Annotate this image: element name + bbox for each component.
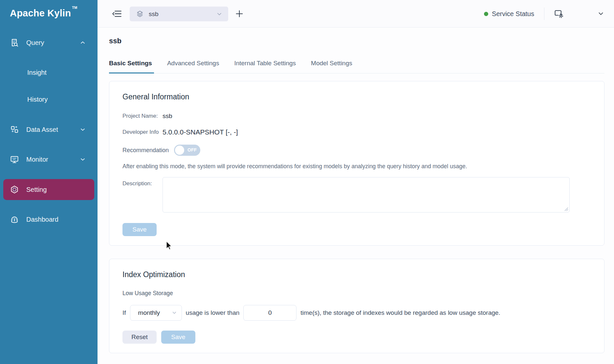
- sidebar-item-data-asset[interactable]: Data Asset: [0, 122, 98, 137]
- chevron-up-icon: [80, 40, 86, 46]
- setting-icon: [10, 185, 19, 194]
- card-heading: Index Optimization: [122, 270, 591, 279]
- recommendation-help-text: After enabling this mode, the system wil…: [122, 163, 591, 170]
- monitor-icon: [10, 155, 19, 164]
- frequency-select-value: monthly: [138, 309, 160, 316]
- service-status-label[interactable]: Service Status: [492, 10, 534, 18]
- project-select[interactable]: ssb: [130, 7, 228, 21]
- sidebar-item-label: History: [27, 96, 48, 103]
- general-information-card: General Information Project Name: ssb De…: [109, 81, 604, 246]
- project-name-value: ssb: [163, 112, 172, 120]
- sidebar: Apache KylinTM Query Insight History: [0, 0, 98, 364]
- toggle-state-label: OFF: [187, 147, 197, 152]
- user-menu-chevron-icon[interactable]: [598, 10, 604, 17]
- threshold-input[interactable]: [243, 305, 296, 321]
- description-textarea[interactable]: [163, 177, 570, 212]
- sidebar-item-query[interactable]: Query: [0, 35, 98, 51]
- tab-internal-table-settings[interactable]: Internal Table Settings: [234, 60, 298, 73]
- recommendation-row: Recommendation OFF: [122, 145, 591, 156]
- recommendation-toggle[interactable]: OFF: [174, 145, 200, 156]
- description-textarea-wrap: [163, 177, 570, 212]
- developer-info-label: Developer Info: [122, 129, 163, 135]
- page-title: ssb: [109, 37, 604, 45]
- recommendation-label: Recommendation: [122, 147, 174, 154]
- sidebar-item-label: Query: [26, 39, 44, 47]
- add-project-icon[interactable]: [235, 9, 244, 18]
- query-icon: [10, 38, 19, 47]
- description-label: Description:: [122, 177, 163, 187]
- sidebar-item-monitor[interactable]: Monitor: [0, 152, 98, 167]
- layers-icon: [136, 10, 144, 18]
- description-row: Description:: [122, 177, 591, 212]
- rule-middle-label: usage is lower than: [186, 309, 240, 316]
- tab-basic-settings[interactable]: Basic Settings: [109, 60, 154, 73]
- tab-model-settings[interactable]: Model Settings: [311, 60, 354, 73]
- admin-settings-icon[interactable]: [554, 9, 564, 19]
- sidebar-item-label: Data Asset: [26, 126, 58, 133]
- project-name-row: Project Name: ssb: [122, 112, 591, 120]
- topbar-divider: [544, 8, 544, 20]
- card-heading: General Information: [122, 92, 591, 101]
- sidebar-item-insight[interactable]: Insight: [0, 65, 98, 80]
- sidebar-item-setting[interactable]: Setting: [3, 179, 94, 200]
- sidebar-item-history[interactable]: History: [0, 92, 98, 107]
- sidebar-item-dashboard[interactable]: Dashboard: [0, 212, 98, 227]
- developer-info-value: 5.0.0.0-SNAPSHOT [-, -]: [163, 128, 238, 136]
- reset-button[interactable]: Reset: [122, 331, 157, 344]
- data-asset-icon: [10, 125, 19, 134]
- index-optimization-buttons: Reset Save: [122, 331, 591, 344]
- low-usage-rule-row: If monthly usage is lower than time(s), …: [122, 305, 591, 321]
- topbar: ssb Service Status: [98, 0, 614, 28]
- tab-bar: Basic Settings Advanced Settings Interna…: [109, 60, 604, 73]
- chevron-down-icon: [172, 310, 177, 315]
- rule-tail-label: time(s), the storage of indexes would be…: [300, 309, 500, 316]
- tab-advanced-settings[interactable]: Advanced Settings: [167, 60, 221, 73]
- project-select-value: ssb: [149, 10, 159, 18]
- trademark-mark: TM: [72, 6, 77, 10]
- low-usage-storage-label: Low Usage Storage: [122, 290, 591, 297]
- rule-if-label: If: [122, 309, 126, 316]
- resize-handle-icon[interactable]: [564, 207, 568, 211]
- save-button[interactable]: Save: [122, 223, 157, 236]
- app-logo: Apache KylinTM: [10, 8, 76, 19]
- dashboard-icon: [10, 215, 19, 224]
- app-window: Apache KylinTM Query Insight History: [0, 0, 614, 364]
- toggle-knob: [175, 146, 184, 155]
- frequency-select[interactable]: monthly: [130, 305, 182, 321]
- service-status-dot: [484, 12, 488, 16]
- save-button[interactable]: Save: [161, 331, 195, 344]
- index-optimization-card: Index Optimization Low Usage Storage If …: [109, 259, 604, 353]
- chevron-down-icon: [80, 127, 86, 132]
- sidebar-item-label: Monitor: [26, 156, 48, 163]
- content: ssb Basic Settings Advanced Settings Int…: [98, 28, 614, 353]
- topbar-right: Service Status: [484, 0, 614, 28]
- project-name-label: Project Name:: [122, 113, 163, 119]
- sidebar-item-label: Dashboard: [26, 216, 58, 223]
- save-row: Save: [122, 223, 591, 236]
- app-logo-text: Apache Kylin: [10, 8, 71, 18]
- collapse-sidebar-icon[interactable]: [112, 9, 122, 19]
- chevron-down-icon: [80, 156, 86, 162]
- main-area: ssb Service Status: [98, 0, 614, 364]
- chevron-down-icon: [216, 11, 222, 17]
- developer-info-row: Developer Info 5.0.0.0-SNAPSHOT [-, -]: [122, 128, 591, 136]
- sidebar-item-label: Setting: [26, 186, 47, 193]
- sidebar-item-label: Insight: [27, 69, 47, 76]
